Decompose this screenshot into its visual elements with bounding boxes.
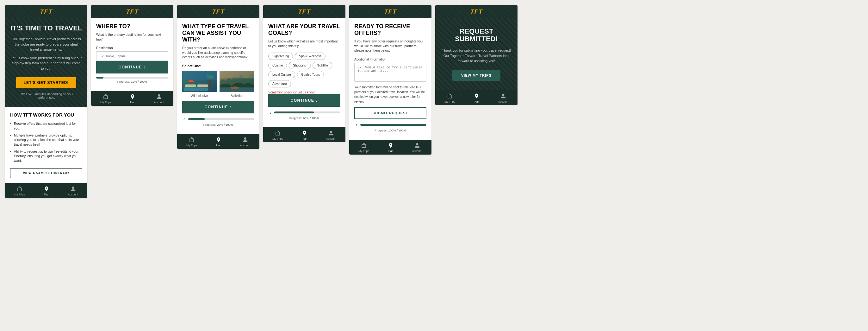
nav-my-trips-2[interactable]: My Trips (100, 93, 111, 104)
bag-icon-2 (102, 93, 109, 100)
pin-icon (43, 186, 50, 192)
screen4-progress-text: Progress: 60% / 100% (268, 116, 340, 120)
nav-my-trips-label: My Trips (14, 193, 25, 196)
screen5-title: READY TO RECEIVE OFFERS? (354, 23, 426, 36)
screen3-bottom-nav: My Trips Plan Account (177, 134, 259, 149)
nav-my-trips-3[interactable]: My Trips (186, 137, 197, 147)
screen4-bottom-nav: My Trips Plan Account (263, 127, 345, 142)
view-my-trips-button[interactable]: VIEW MY TRIPS (452, 70, 500, 81)
screen5-progress-bar-fill (360, 124, 426, 126)
screen3-header: TFT (177, 5, 259, 18)
screen4-continue-button[interactable]: CONTINUE › (268, 94, 340, 107)
continue-arrow-4: › (316, 98, 318, 103)
bag-icon (17, 186, 23, 192)
bag-icon-3 (189, 137, 195, 143)
destination-label: Destination (96, 46, 168, 50)
nav-account-label-5: Account (412, 149, 423, 153)
nav-my-trips-label-3: My Trips (186, 144, 197, 147)
tag-local-culture[interactable]: Local Culture (268, 71, 295, 78)
screen4-progress-bar-bg (274, 111, 340, 113)
nav-account-4[interactable]: Account (326, 130, 337, 140)
svg-rect-6 (182, 71, 217, 80)
screen4-logo: TFT (298, 8, 311, 15)
screen2-header: TFT (91, 5, 173, 18)
screen6-header: TFT (435, 5, 518, 18)
get-started-button[interactable]: LET'S GET STARTED! (16, 77, 76, 88)
screen2-subtitle: What is the primary destination for your… (96, 32, 168, 42)
screen6-bottom-nav: My Trips Plan Account (435, 90, 518, 105)
nav-account-2[interactable]: Account (154, 93, 164, 104)
screen2-bottom-nav: My Trips Plan Account (91, 91, 173, 106)
screen6-logo: TFT (470, 8, 483, 15)
nav-my-trips-4[interactable]: My Trips (272, 130, 283, 140)
screen3-progress-area: ‹ Progress: 25% / 100% (182, 116, 254, 127)
submit-request-button[interactable]: SUBMIT REQUEST (354, 107, 426, 119)
screen2-progress-area: Progress: 10% / 100% (96, 77, 168, 83)
pin-icon-2 (129, 93, 136, 100)
screen2-continue-button[interactable]: CONTINUE › (96, 61, 168, 74)
screen1-note: Takes 5-10 minutes depending on your pre… (10, 92, 82, 100)
screen4-card: TFT WHAT ARE YOUR TRAVEL GOALS? Let us k… (263, 5, 345, 142)
nav-plan-6[interactable]: Plan (473, 93, 480, 103)
nav-plan[interactable]: Plan (43, 186, 50, 196)
nav-account-5[interactable]: Account (412, 142, 423, 153)
benefit-1: Receive offers that are customized just … (10, 121, 82, 131)
screen3-back-button[interactable]: ‹ (182, 116, 186, 121)
destination-input[interactable] (96, 51, 168, 61)
nav-my-trips-5[interactable]: My Trips (359, 142, 369, 153)
screen3-card: TFT WHAT TYPE OF TRAVEL CAN WE ASSIST YO… (177, 5, 259, 149)
nav-account-label-3: Account (240, 144, 251, 147)
screen4-header: TFT (263, 5, 345, 18)
benefit-2: Multiple travel partners provide options… (10, 133, 82, 147)
screen4-title: WHAT ARE YOUR TRAVEL GOALS? (268, 23, 340, 36)
screen6-card: TFT REQUEST SUBMITTED! Thank you for sub… (435, 5, 518, 105)
tag-sightseeing[interactable]: Sightseeing (268, 53, 293, 60)
screen5-header: TFT (349, 5, 431, 18)
nav-account-3[interactable]: Account (240, 137, 251, 147)
svg-rect-1 (185, 85, 196, 87)
nav-my-trips-6[interactable]: My Trips (444, 93, 455, 103)
tag-adventure[interactable]: Adventure (268, 80, 291, 87)
person-icon (70, 186, 76, 192)
screen5-progress-bar-bg (360, 124, 426, 126)
nav-plan-2[interactable]: Plan (129, 93, 136, 104)
screen5-logo: TFT (384, 8, 397, 15)
activities-image (220, 70, 254, 92)
tag-nightlife[interactable]: Nightlife (313, 62, 332, 69)
screen4-back-button[interactable]: ‹ (268, 110, 272, 115)
nav-account-6[interactable]: Account (498, 93, 509, 103)
nav-plan-3[interactable]: Plan (215, 137, 222, 147)
travel-type-activities[interactable]: Activities (220, 70, 254, 98)
tag-spa[interactable]: Spa & Wellness (295, 53, 325, 60)
screen2-card: TFT WHERE TO? What is the primary destin… (91, 5, 173, 106)
nav-plan-label-3: Plan (216, 144, 221, 147)
bag-icon-6 (447, 93, 453, 99)
nav-account-label-6: Account (498, 100, 509, 103)
screen3-progress-bar-bg (188, 118, 254, 120)
screen1-p1: Our Together Forward Travel partners acr… (10, 36, 82, 52)
tag-shopping[interactable]: Shopping (289, 62, 310, 69)
nav-my-trips[interactable]: My Trips (14, 186, 25, 196)
sample-itinerary-button[interactable]: VIEW A SAMPLE ITINERARY (10, 168, 82, 178)
allinclusive-image (182, 70, 217, 92)
nav-account[interactable]: Account (68, 186, 79, 196)
screen3-progress-bar-fill (188, 118, 205, 120)
pin-icon-4 (302, 130, 308, 136)
nav-plan-label-2: Plan (130, 101, 135, 104)
screen3-subtitle: Do you prefer an all-inclusive experienc… (182, 46, 254, 59)
screen2-logo: TFT (126, 8, 138, 15)
screen4-body: WHAT ARE YOUR TRAVEL GOALS? Let us know … (263, 18, 345, 127)
screen5-back-button[interactable]: ‹ (354, 122, 359, 127)
screen5-progress-row: ‹ (354, 122, 426, 127)
specific-link[interactable]: Something specific? Let us know! (268, 90, 340, 94)
screen3-title: WHAT TYPE OF TRAVEL CAN WE ASSIST YOU WI… (182, 23, 254, 43)
nav-plan-5[interactable]: Plan (388, 142, 394, 153)
screen3-continue-button[interactable]: CONTINUE › (182, 101, 254, 113)
screen4-progress-bar-fill (274, 111, 314, 113)
tag-cuisine[interactable]: Cuisine (268, 62, 287, 69)
nav-plan-4[interactable]: Plan (302, 130, 308, 140)
tag-guided-tours[interactable]: Guided Tours (297, 71, 324, 78)
travel-type-allinclusive[interactable]: All-Inclusive (182, 70, 217, 98)
additional-info-textarea[interactable] (354, 63, 426, 82)
screen1-info: HOW TFT WORKS FOR YOU Receive offers tha… (5, 107, 87, 183)
